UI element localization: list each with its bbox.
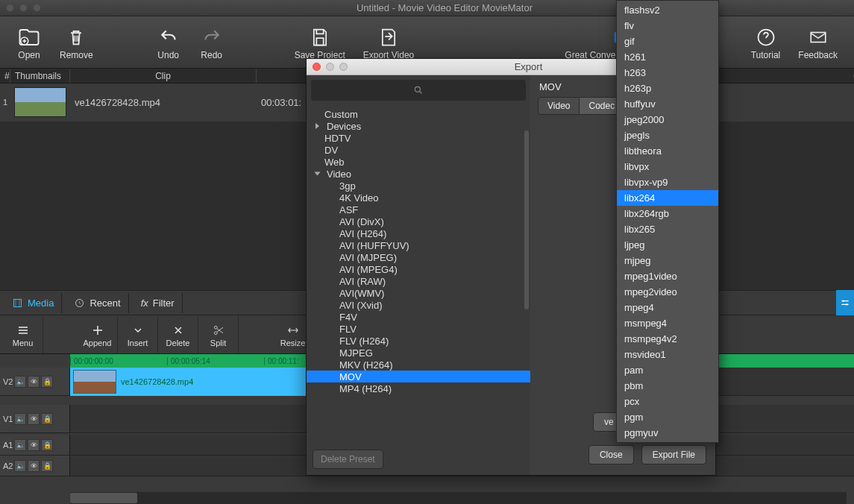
- tree-devices[interactable]: Devices: [307, 120, 530, 132]
- codec-option[interactable]: jpeg2000: [617, 112, 718, 127]
- codec-option[interactable]: libtheora: [617, 143, 718, 159]
- timeline-menu-button[interactable]: Menu: [3, 316, 43, 353]
- codec-option[interactable]: pgm: [617, 409, 718, 425]
- delete-button[interactable]: Delete: [158, 316, 198, 353]
- codec-option[interactable]: libx264rgb: [617, 206, 718, 221]
- codec-option[interactable]: libx265: [617, 221, 718, 237]
- col-thumbnails[interactable]: Thumbnails: [10, 69, 70, 83]
- mute-icon[interactable]: 🔈: [14, 376, 26, 388]
- scrollbar-thumb[interactable]: [70, 493, 137, 503]
- tree-item[interactable]: AVI (HUFFYUV): [307, 239, 530, 251]
- tree-web[interactable]: Web: [307, 156, 530, 168]
- codec-option[interactable]: mpeg1video: [617, 268, 718, 284]
- minimize-window-dot[interactable]: [326, 63, 334, 71]
- right-panel-toggle[interactable]: [836, 290, 854, 315]
- timeline-scrollbar[interactable]: [70, 492, 847, 504]
- tree-item[interactable]: MJPEG: [307, 347, 530, 359]
- col-clip[interactable]: Clip: [70, 69, 257, 83]
- codec-option[interactable]: pcx: [617, 394, 718, 409]
- codec-option[interactable]: h263p: [617, 81, 718, 96]
- preset-search-input[interactable]: [311, 80, 526, 101]
- codec-option[interactable]: h263: [617, 65, 718, 81]
- append-button[interactable]: Append: [78, 316, 118, 353]
- timeline-clip[interactable]: ve1426728428.mp4: [70, 368, 309, 396]
- tree-item[interactable]: MKV (H264): [307, 359, 530, 371]
- lock-icon[interactable]: 🔒: [41, 413, 53, 425]
- eye-icon[interactable]: 👁: [28, 439, 40, 451]
- tutorial-button[interactable]: Tutorial: [742, 22, 790, 63]
- codec-option[interactable]: mpeg2video: [617, 284, 718, 300]
- codec-option[interactable]: msmpeg4: [617, 315, 718, 331]
- delete-preset-button[interactable]: Delete Preset: [313, 450, 383, 469]
- save-project-button[interactable]: Save Project: [286, 22, 354, 63]
- zoom-window-dot[interactable]: [33, 4, 41, 12]
- eye-icon[interactable]: 👁: [28, 376, 40, 388]
- tree-hdtv[interactable]: HDTV: [307, 132, 530, 144]
- tree-item[interactable]: AVI (Xvid): [307, 299, 530, 311]
- codec-option[interactable]: libx264: [617, 190, 718, 206]
- tree-item[interactable]: FLV (H264): [307, 335, 530, 347]
- split-button[interactable]: Split: [198, 316, 239, 353]
- tab-media[interactable]: Media: [4, 293, 62, 313]
- insert-button[interactable]: Insert: [118, 316, 158, 353]
- mute-icon[interactable]: 🔈: [14, 439, 26, 451]
- codec-option[interactable]: huffyuv: [617, 96, 718, 112]
- close-window-dot[interactable]: [6, 4, 14, 12]
- tree-scrollbar[interactable]: [524, 130, 529, 309]
- tree-item[interactable]: 3gp: [307, 180, 530, 192]
- tree-item[interactable]: AVI (MJPEG): [307, 251, 530, 263]
- codec-option[interactable]: pam: [617, 362, 718, 378]
- remove-button[interactable]: Remove: [51, 22, 102, 63]
- codec-option[interactable]: mpeg4: [617, 300, 718, 315]
- tree-item[interactable]: MOV: [307, 371, 530, 382]
- codec-option[interactable]: msvideo1: [617, 347, 718, 362]
- tree-item[interactable]: AVI (H264): [307, 227, 530, 239]
- close-window-dot[interactable]: [313, 63, 321, 71]
- tree-item[interactable]: F4V: [307, 311, 530, 323]
- codec-option[interactable]: pgmyuv: [617, 425, 718, 441]
- eye-icon[interactable]: 👁: [28, 413, 40, 425]
- tree-dv[interactable]: DV: [307, 144, 530, 156]
- codec-option[interactable]: flv: [617, 18, 718, 34]
- codec-option[interactable]: flashsv2: [617, 2, 718, 18]
- redo-button[interactable]: Redo: [190, 22, 233, 63]
- undo-button[interactable]: Undo: [147, 22, 190, 63]
- tree-item[interactable]: AVI (RAW): [307, 275, 530, 287]
- tree-item[interactable]: AVI(WMV): [307, 287, 530, 299]
- codec-option[interactable]: h261: [617, 49, 718, 65]
- codec-option[interactable]: mjpeg: [617, 253, 718, 268]
- tree-video[interactable]: Video: [307, 168, 530, 180]
- tree-item[interactable]: FLV: [307, 323, 530, 335]
- codec-option[interactable]: ljpeg: [617, 237, 718, 253]
- codec-option[interactable]: msmpeg4v2: [617, 331, 718, 347]
- codec-option[interactable]: gif: [617, 34, 718, 49]
- tree-custom[interactable]: Custom: [307, 108, 530, 120]
- tree-item[interactable]: AVI (DivX): [307, 215, 530, 227]
- export-video-button[interactable]: Export Video: [354, 22, 424, 63]
- feedback-button[interactable]: Feedback: [789, 22, 847, 63]
- codec-option[interactable]: pbm: [617, 378, 718, 394]
- preset-tree[interactable]: Custom Devices HDTV DV Web Video 3gp4K V…: [307, 105, 530, 444]
- tree-item[interactable]: 4K Video: [307, 192, 530, 204]
- open-button[interactable]: Open: [7, 22, 51, 63]
- tab-filter[interactable]: fx Filter: [134, 293, 183, 313]
- tab-video[interactable]: Video: [538, 97, 580, 115]
- col-num[interactable]: #: [0, 69, 10, 83]
- lock-icon[interactable]: 🔒: [41, 376, 53, 388]
- codec-option[interactable]: jpegls: [617, 127, 718, 143]
- mute-icon[interactable]: 🔈: [14, 413, 26, 425]
- lock-icon[interactable]: 🔒: [41, 439, 53, 451]
- tree-item[interactable]: ASF: [307, 204, 530, 215]
- tab-recent[interactable]: Recent: [66, 293, 128, 313]
- mute-icon[interactable]: 🔈: [14, 460, 26, 472]
- codec-dropdown[interactable]: flashsv2flvgifh261h263h263phuffyuvjpeg20…: [616, 0, 719, 443]
- eye-icon[interactable]: 👁: [28, 460, 40, 472]
- codec-option[interactable]: libvpx-vp9: [617, 174, 718, 190]
- lock-icon[interactable]: 🔒: [41, 460, 53, 472]
- zoom-window-dot[interactable]: [339, 63, 348, 71]
- tree-item[interactable]: MP4 (H264): [307, 382, 530, 394]
- tree-item[interactable]: AVI (MPEG4): [307, 263, 530, 275]
- close-button[interactable]: Close: [588, 445, 634, 464]
- export-file-button[interactable]: Export File: [641, 445, 706, 464]
- codec-option[interactable]: libvpx: [617, 159, 718, 174]
